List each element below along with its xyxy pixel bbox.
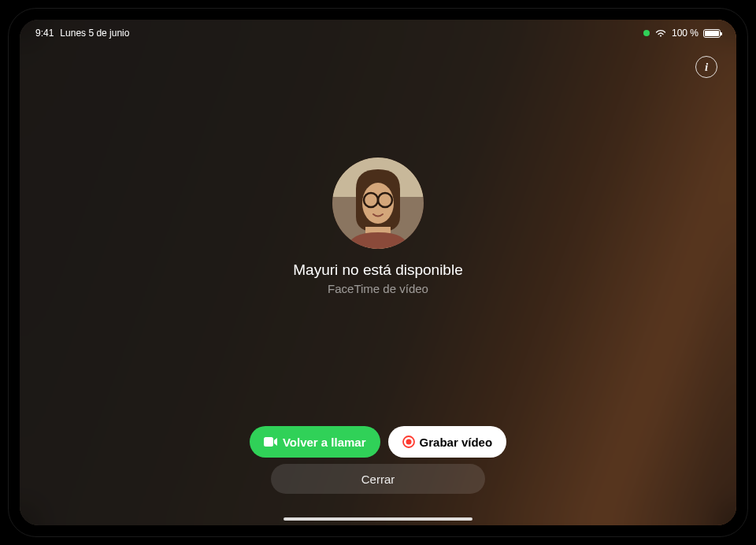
action-buttons: Volver a llamar Grabar vídeo (20, 426, 736, 458)
camera-active-indicator-icon (643, 30, 650, 36)
record-video-button[interactable]: Grabar vídeo (388, 426, 507, 458)
info-icon: i (705, 61, 708, 74)
svg-point-10 (406, 439, 411, 445)
battery-percent: 100 % (672, 28, 699, 39)
call-again-label: Volver a llamar (283, 436, 366, 449)
close-button[interactable]: Cerrar (271, 464, 485, 494)
status-time: 9:41 (35, 28, 54, 39)
home-indicator[interactable] (284, 517, 472, 521)
wifi-icon (654, 29, 667, 38)
status-right: 100 % (643, 28, 721, 39)
contact-avatar (332, 158, 424, 249)
battery-icon (703, 29, 721, 38)
status-bar: 9:41 Lunes 5 de junio 100 % (20, 20, 736, 42)
call-status-text: Mayuri no está disponible (293, 261, 462, 279)
info-button[interactable]: i (695, 56, 717, 78)
record-icon (402, 436, 415, 448)
call-again-button[interactable]: Volver a llamar (250, 426, 380, 458)
screen: 9:41 Lunes 5 de junio 100 % i (20, 20, 736, 525)
ipad-frame: 9:41 Lunes 5 de junio 100 % i (8, 8, 748, 537)
record-video-label: Grabar vídeo (420, 436, 493, 449)
call-type-text: FaceTime de vídeo (328, 282, 428, 295)
svg-rect-8 (264, 437, 273, 447)
call-content: Mayuri no está disponible FaceTime de ví… (20, 158, 736, 295)
close-label: Cerrar (361, 473, 395, 486)
video-camera-icon (264, 437, 278, 447)
status-left: 9:41 Lunes 5 de junio (35, 28, 129, 39)
status-date: Lunes 5 de junio (60, 28, 129, 39)
